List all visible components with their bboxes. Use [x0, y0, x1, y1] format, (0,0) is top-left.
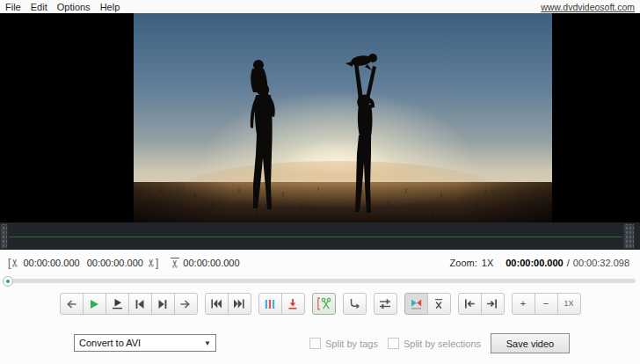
select-start-scissors-button[interactable]	[312, 293, 336, 315]
select-start-group	[312, 293, 336, 315]
jump-next-button[interactable]	[228, 293, 251, 315]
step-back-button[interactable]	[60, 293, 84, 315]
selection-group	[404, 293, 451, 315]
video-editor-window: File Edit Options Help www.dvdvideosoft.…	[0, 0, 640, 364]
save-video-button[interactable]: Save video	[491, 333, 570, 353]
selection-end-scissors-icon: ✂	[146, 258, 156, 267]
step-back-icon	[65, 299, 77, 309]
play-button[interactable]	[83, 293, 106, 315]
menu-bar: File Edit Options Help www.dvdvideosoft.…	[0, 0, 640, 13]
tags-button[interactable]	[258, 293, 282, 315]
output-format-select[interactable]: Convert to AVI ▼	[74, 334, 216, 352]
video-preview	[134, 13, 552, 222]
to-start-icon	[463, 299, 476, 309]
chevron-down-icon: ▼	[204, 339, 211, 347]
previous-frame-button[interactable]	[128, 293, 152, 315]
toolbar: + − 1X	[0, 293, 640, 315]
current-time: 00:00:00.000	[505, 258, 563, 268]
clear-selection-icon	[433, 298, 444, 309]
control-panel: [✂ 00:00:00.000 00:00:00.000 ✂] ✂ 00:00:…	[0, 250, 640, 364]
zoom-value: 1X	[482, 258, 493, 268]
total-time: 00:00:32.098	[573, 258, 629, 268]
zoom-reset-button[interactable]: 1X	[557, 293, 581, 315]
zoom-in-button[interactable]: +	[512, 293, 535, 315]
adjust-sliders-icon	[379, 298, 391, 309]
jump-previous-button[interactable]	[205, 293, 229, 315]
selection-end-time: 00:00:00.000	[87, 258, 143, 268]
corner-arrow-icon	[348, 298, 360, 309]
adjust-group	[374, 293, 397, 315]
play-from-cursor-button[interactable]	[105, 293, 129, 315]
time-separator: /	[567, 258, 570, 268]
waveform-baseline	[9, 237, 622, 237]
select-start-scissors-icon	[316, 297, 331, 310]
corner-arrow-group	[343, 293, 367, 315]
timeline-track[interactable]	[0, 222, 640, 250]
selection-start-time: 00:00:00.000	[23, 258, 79, 268]
video-frame-image	[134, 13, 552, 222]
play-selection-button[interactable]	[404, 293, 428, 315]
split-by-tags-label: Split by tags	[325, 339, 378, 349]
split-by-tags-checkbox[interactable]: Split by tags	[309, 338, 378, 349]
next-frame-icon	[157, 299, 168, 309]
selection-start-scissors-icon: ✂	[10, 258, 20, 267]
jump-previous-icon	[210, 299, 222, 309]
jump-group	[205, 293, 251, 315]
split-by-selections-label: Split by selections	[404, 339, 481, 349]
timeline-left-handle[interactable]	[0, 223, 8, 249]
play-icon	[89, 299, 99, 309]
add-tag-icon	[287, 298, 298, 309]
to-start-button[interactable]	[458, 293, 482, 315]
add-tag-button[interactable]	[281, 293, 305, 315]
ends-group	[458, 293, 505, 315]
play-from-cursor-icon	[112, 298, 123, 309]
output-format-value: Convert to AVI	[79, 338, 141, 348]
zoom-out-button[interactable]: −	[535, 293, 558, 315]
marker-time: 00:00:00.000	[183, 258, 239, 268]
checkbox-icon	[388, 338, 399, 349]
time-status: Zoom: 1X 00:00:00.000 / 00:00:32.098	[450, 258, 629, 268]
step-forward-icon	[179, 299, 192, 309]
menu-file[interactable]: File	[5, 2, 21, 12]
footer-right-cluster: Split by tags Split by selections Save v…	[309, 333, 570, 353]
seek-slider-thumb[interactable]	[3, 276, 13, 287]
split-by-selections-checkbox[interactable]: Split by selections	[388, 338, 481, 349]
play-selection-icon	[410, 298, 423, 309]
seek-slider-track[interactable]	[4, 279, 636, 283]
zoom-label: Zoom:	[450, 258, 477, 268]
menu-edit[interactable]: Edit	[31, 2, 47, 12]
minus-icon: −	[543, 299, 549, 309]
checkbox-icon	[309, 338, 321, 349]
step-forward-button[interactable]	[174, 293, 198, 315]
transport-group	[60, 293, 198, 315]
marker-scissors-icon: ✂	[171, 258, 179, 269]
menu-help[interactable]: Help	[100, 2, 120, 12]
tag-group	[258, 293, 305, 315]
timeline-right-handle[interactable]	[623, 223, 635, 249]
next-frame-button[interactable]	[151, 293, 175, 315]
plus-icon: +	[520, 299, 526, 309]
timecode-row: [✂ 00:00:00.000 00:00:00.000 ✂] ✂ 00:00:…	[8, 257, 629, 269]
jump-next-icon	[233, 299, 245, 309]
clear-selection-button[interactable]	[427, 293, 451, 315]
to-end-button[interactable]	[481, 293, 505, 315]
previous-frame-icon	[135, 299, 145, 309]
tags-icon	[265, 299, 275, 309]
corner-arrow-button[interactable]	[343, 293, 367, 315]
adjust-sliders-button[interactable]	[374, 293, 397, 315]
zoom-group: + − 1X	[512, 293, 581, 315]
menu-options[interactable]: Options	[57, 2, 91, 12]
to-end-icon	[486, 299, 498, 309]
zoom-reset-label: 1X	[564, 300, 573, 308]
website-link[interactable]: www.dvdvideosoft.com	[541, 2, 635, 12]
video-letterbox	[0, 13, 640, 222]
